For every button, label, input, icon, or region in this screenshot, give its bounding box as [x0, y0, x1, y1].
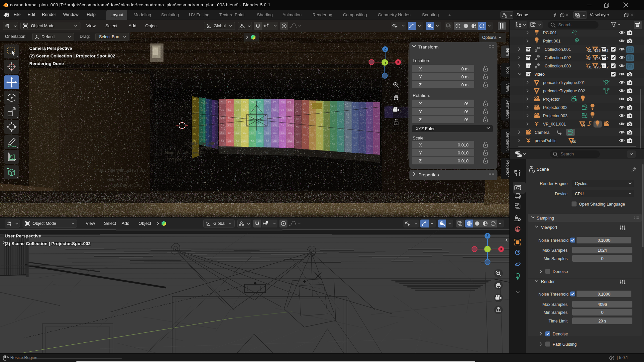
svg-text:31: 31	[588, 65, 592, 69]
svg-text:Max Samples: Max Samples	[542, 248, 568, 253]
svg-text:Projector.002: Projector.002	[543, 105, 568, 110]
svg-text:Z: Z	[419, 82, 422, 87]
svg-text:Collection.002: Collection.002	[545, 55, 571, 60]
svg-text:0°: 0°	[465, 117, 469, 122]
svg-text:0.1000: 0.1000	[597, 292, 610, 297]
svg-text:126: 126	[594, 65, 600, 69]
svg-text:X: X	[419, 101, 422, 106]
svg-text:Periacte With SRT: Periacte With SRT	[188, 146, 221, 150]
svg-text:31: 31	[588, 48, 592, 52]
svg-text:Rotation:: Rotation:	[413, 93, 430, 98]
svg-text:0.1000: 0.1000	[597, 238, 610, 243]
svg-text:Animation: Animation	[505, 100, 509, 119]
svg-text:56: 56	[572, 140, 576, 144]
svg-text:Z: Z	[419, 117, 422, 122]
svg-text:Periacte_SRT.002: Periacte_SRT.002	[101, 177, 133, 182]
svg-text:X: X	[397, 60, 399, 64]
svg-text:pericacteTryptique.001: pericacteTryptique.001	[543, 80, 585, 85]
svg-text:Item: Item	[505, 48, 509, 56]
svg-text:Battant_SRT.002: Battant_SRT.002	[112, 183, 143, 188]
svg-text:0.010: 0.010	[458, 142, 469, 147]
svg-text:Render: Render	[541, 279, 555, 284]
svg-text:Sampling: Sampling	[537, 216, 554, 221]
svg-text:Denoise: Denoise	[553, 269, 568, 274]
svg-text:Collection.001: Collection.001	[545, 47, 571, 52]
svg-text:0 m: 0 m	[461, 74, 469, 79]
svg-text:-SRT.001: -SRT.001	[165, 158, 182, 162]
svg-text:Cycles: Cycles	[575, 181, 588, 186]
svg-text:0 m: 0 m	[461, 82, 469, 87]
svg-text:0.010: 0.010	[458, 150, 469, 155]
svg-text:XYZ Euler: XYZ Euler	[416, 127, 435, 131]
svg-text:Z: Z	[384, 47, 386, 51]
svg-text:User Perspective: User Perspective	[5, 233, 41, 238]
svg-text:Point.001: Point.001	[543, 39, 561, 44]
svg-text:4: 4	[583, 123, 585, 127]
svg-text:X: X	[419, 142, 422, 147]
svg-text:Properties: Properties	[418, 172, 439, 177]
svg-text:0: 0	[601, 310, 603, 315]
svg-text:X: X	[500, 247, 502, 251]
svg-text:Device: Device	[555, 192, 568, 196]
svg-text:pericacteTryptique.002: pericacteTryptique.002	[543, 89, 585, 93]
svg-text:Max Samples: Max Samples	[542, 302, 568, 307]
svg-text:Render Engine: Render Engine	[540, 181, 568, 186]
svg-text:Search: Search	[561, 152, 574, 156]
svg-text:CPU: CPU	[575, 192, 584, 196]
svg-text:Small Hinge With Screws.015: Small Hinge With Screws.015	[94, 168, 146, 173]
svg-text:VP_001.001: VP_001.001	[543, 122, 566, 127]
svg-text:View: View	[505, 83, 509, 93]
svg-text:Transform: Transform	[418, 45, 439, 49]
svg-text:Search: Search	[558, 23, 572, 27]
svg-text:Y: Y	[419, 109, 422, 114]
svg-text:Location:: Location:	[413, 58, 430, 63]
svg-text:0°: 0°	[465, 101, 469, 106]
svg-text:4096: 4096	[598, 302, 607, 307]
svg-text:Y: Y	[419, 150, 422, 155]
svg-text:video: video	[535, 72, 545, 77]
svg-text:Time Limit: Time Limit	[549, 319, 568, 323]
svg-text:X: X	[419, 66, 422, 71]
svg-text:1024: 1024	[598, 248, 607, 253]
svg-text:Small Hinge With: Small Hinge With	[185, 141, 215, 146]
svg-text:0 m: 0 m	[461, 66, 469, 71]
svg-text:Projector.003: Projector.003	[543, 114, 568, 118]
svg-text:PC.001: PC.001	[543, 31, 557, 35]
svg-text:Collection.003: Collection.003	[545, 64, 571, 68]
svg-text:Min Samples: Min Samples	[544, 310, 568, 315]
svg-text:Camera: Camera	[535, 130, 550, 135]
svg-text:Min Samples: Min Samples	[544, 256, 568, 261]
svg-text:Open Shading Language: Open Shading Language	[579, 202, 625, 207]
svg-text:Tool: Tool	[505, 66, 509, 74]
svg-text:Noise Threshold: Noise Threshold	[538, 292, 569, 297]
svg-text:BlenderKit: BlenderKit	[505, 132, 509, 151]
svg-text:0.010: 0.010	[458, 158, 469, 163]
svg-text:Projector: Projector	[505, 160, 509, 177]
svg-text:0: 0	[601, 256, 603, 261]
svg-text:2: 2	[606, 65, 608, 69]
svg-text:126: 126	[594, 48, 600, 52]
svg-text:persoPublic: persoPublic	[535, 138, 556, 143]
svg-text:Denoise: Denoise	[553, 332, 568, 336]
svg-text:Scale:: Scale:	[413, 136, 425, 140]
svg-text:Z: Z	[486, 234, 488, 238]
svg-text:Z: Z	[419, 158, 422, 163]
svg-text:Hinge With Screws.015: Hinge With Screws.015	[165, 150, 207, 155]
svg-text:Path Guiding: Path Guiding	[553, 342, 577, 347]
svg-text:2: 2	[606, 57, 608, 61]
svg-text:Viewport: Viewport	[541, 225, 557, 230]
svg-text:-Y: -Y	[383, 61, 386, 64]
svg-text:Noise Threshold: Noise Threshold	[538, 238, 569, 243]
svg-text:Y: Y	[419, 74, 422, 79]
svg-text:(2) Scene Collection | Project: (2) Scene Collection | Projector.Spot.00…	[5, 241, 91, 246]
svg-text:31: 31	[588, 57, 592, 61]
svg-text:0°: 0°	[465, 109, 469, 114]
svg-text:Scene: Scene	[537, 167, 549, 172]
svg-text:Projector: Projector	[543, 97, 560, 102]
svg-text:126: 126	[594, 57, 600, 61]
svg-text:2: 2	[606, 48, 608, 52]
svg-text:20 s: 20 s	[598, 319, 606, 323]
